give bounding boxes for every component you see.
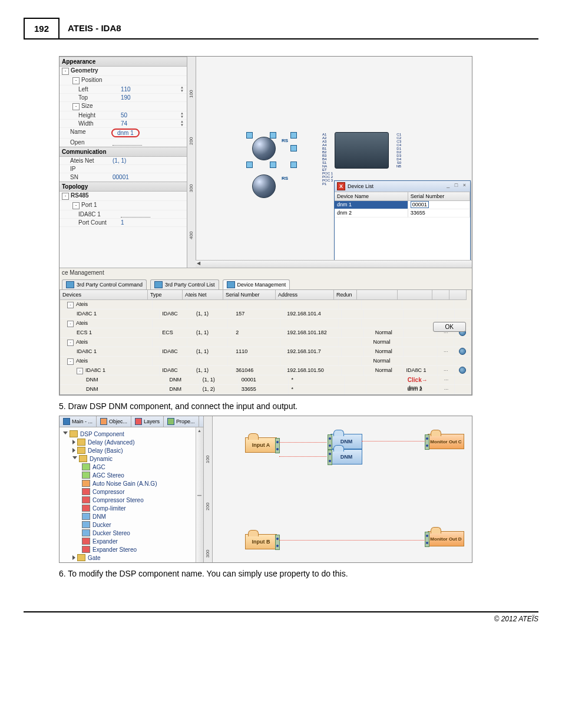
window-buttons[interactable]: _ □ × xyxy=(447,182,468,190)
expand-icon[interactable] xyxy=(72,555,75,560)
collapse-icon[interactable]: - xyxy=(72,202,80,209)
dm-row[interactable]: -Ateis xyxy=(60,300,471,309)
conn-node[interactable] xyxy=(246,132,253,139)
collapse-icon[interactable]: - xyxy=(67,321,74,327)
node-input-b[interactable]: Input B xyxy=(245,534,277,549)
device-list-window[interactable]: XDevice List _ □ × Device Name Serial Nu… xyxy=(334,180,471,268)
h-scrollbar[interactable] xyxy=(196,260,472,268)
tree-item[interactable]: Ducker xyxy=(61,521,202,529)
tree-item[interactable]: Comp-limiter xyxy=(61,504,202,512)
dm-tab-device-mgmt[interactable]: Device Management xyxy=(223,279,290,289)
collapse-icon[interactable]: - xyxy=(62,68,69,75)
tab-properties[interactable]: Prope... xyxy=(164,416,199,427)
spinner-icon[interactable]: ▲▼ xyxy=(180,120,187,128)
port-icon[interactable] xyxy=(328,450,332,465)
dm-row[interactable]: -Ateis xyxy=(60,319,471,328)
node-monitor-d[interactable]: Monitor Out D xyxy=(428,531,464,546)
port-icon[interactable] xyxy=(328,434,332,450)
tab-layers[interactable]: Layers xyxy=(131,416,164,427)
tree-item[interactable]: Dynamic xyxy=(61,454,202,463)
tree-item[interactable]: Compressor xyxy=(61,487,202,496)
tree-item[interactable]: DNM xyxy=(61,512,202,521)
prop-port1[interactable]: Port 1 xyxy=(81,202,124,209)
prop-section-communication[interactable]: Communication xyxy=(59,147,187,157)
diagram-canvas[interactable]: 100 200 300 400 RS RS A1A2A3A4B1B2B3B4S1… xyxy=(187,57,472,268)
prop-geometry[interactable]: Geometry xyxy=(71,67,113,75)
dm-tab-3rd-cmd[interactable]: 3rd Party Control Command xyxy=(62,279,147,289)
port-icon[interactable] xyxy=(275,438,280,453)
node-monitor-c[interactable]: Monitor Out C xyxy=(428,434,464,449)
dm-row[interactable]: DNMDNM(1, 2)33655*dnm 2··· xyxy=(60,385,471,394)
close-icon[interactable]: X xyxy=(337,182,345,190)
col-serial[interactable]: Serial Number xyxy=(408,192,470,200)
prop-open-value[interactable] xyxy=(113,139,142,146)
tree-item[interactable]: Expander Stereo xyxy=(61,545,202,554)
collapse-icon[interactable]: - xyxy=(77,368,83,374)
prop-sn-value[interactable]: 00001 xyxy=(113,174,129,180)
tree-item[interactable]: Auto Noise Gain (A.N.G) xyxy=(61,479,202,487)
collapse-icon[interactable]: - xyxy=(72,103,80,110)
dm-row[interactable]: -AteisNormal xyxy=(60,338,471,347)
dm-row[interactable]: -IDA8C 1IDA8C(1, 1)361046192.168.101.50N… xyxy=(60,366,471,375)
globe-icon[interactable] xyxy=(252,174,276,198)
conn-node[interactable] xyxy=(270,132,276,139)
tree-body[interactable]: DSP ComponentDelay (Advanced)Delay (Basi… xyxy=(59,427,203,562)
serial-input[interactable]: 00001 xyxy=(411,201,429,208)
expand-icon[interactable] xyxy=(72,448,75,453)
collapse-icon[interactable]: - xyxy=(72,77,80,84)
device-list-row[interactable]: dnm 1 00001 xyxy=(335,201,470,209)
expand-icon[interactable] xyxy=(72,456,77,462)
prop-left-value[interactable]: 110 xyxy=(121,86,131,93)
dm-row[interactable]: IDA8C 1IDA8C(1, 1)157192.168.101.4 xyxy=(60,309,471,319)
gear-icon[interactable] xyxy=(459,348,466,355)
dm-row[interactable]: DNMDNM(1, 1)00001*Click→ dnm 1··· xyxy=(60,375,471,385)
dm-row[interactable]: ECS 1ECS(1, 1)2192.168.101.182Normal··· xyxy=(60,328,471,338)
spinner-icon[interactable]: ▲▼ xyxy=(180,85,187,94)
device-block[interactable]: A1A2A3A4B1B2B3B4S1NAETPOC 1POC 2POC 3P1 … xyxy=(335,132,389,169)
prop-position[interactable]: Position xyxy=(81,77,124,84)
prop-name-value[interactable]: dnm 1 xyxy=(111,129,140,137)
prop-section-topology[interactable]: Topology xyxy=(59,182,187,192)
node-dnm[interactable]: DNM xyxy=(330,449,362,465)
prop-top-value[interactable]: 190 xyxy=(121,94,131,101)
tree-item[interactable]: Delay (Advanced) xyxy=(61,438,202,446)
gear-icon[interactable] xyxy=(459,367,466,374)
prop-width-value[interactable]: 74 xyxy=(121,120,127,127)
port-icon[interactable] xyxy=(425,532,429,547)
collapse-icon[interactable]: - xyxy=(67,358,74,365)
tab-object[interactable]: Objec... xyxy=(97,416,131,427)
prop-section-appearance[interactable]: Appearance xyxy=(59,57,187,67)
dsp-canvas[interactable]: 100 200 300 Input A DNM DNM Monitor Out … xyxy=(204,416,472,562)
tree-item[interactable]: AGC Stereo xyxy=(61,471,202,479)
collapse-icon[interactable]: - xyxy=(67,302,74,308)
expand-icon[interactable] xyxy=(72,440,75,444)
dm-row[interactable]: IDA8C 1IDA8C(1, 1)1110192.168.101.7Norma… xyxy=(60,347,471,357)
collapse-icon[interactable]: - xyxy=(62,193,69,200)
tree-item[interactable]: DSP Component xyxy=(61,430,202,438)
collapse-icon[interactable]: - xyxy=(67,340,74,346)
prop-portcount-value[interactable]: 1 xyxy=(121,219,124,226)
conn-node[interactable] xyxy=(270,162,276,168)
tree-item[interactable]: Ducker Stereo xyxy=(61,529,202,537)
col-device-name[interactable]: Device Name xyxy=(335,192,408,200)
tree-item[interactable]: Compressor Stereo xyxy=(61,496,202,504)
conn-node[interactable] xyxy=(290,145,297,151)
device-list-row[interactable]: dnm 2 33655 xyxy=(335,209,470,218)
prop-size[interactable]: Size xyxy=(81,103,124,110)
tree-item[interactable]: Delay (Basic) xyxy=(61,446,202,454)
tree-item[interactable]: Limiter xyxy=(61,562,202,562)
prop-height-value[interactable]: 50 xyxy=(121,112,127,118)
tree-item[interactable]: AGC xyxy=(61,463,202,471)
port-icon[interactable] xyxy=(425,434,429,450)
conn-node[interactable] xyxy=(290,132,297,139)
device-list-titlebar[interactable]: XDevice List _ □ × xyxy=(335,181,470,192)
port-icon[interactable] xyxy=(275,535,280,550)
v-scrollbar[interactable] xyxy=(196,427,203,562)
dm-tab-3rd-list[interactable]: 3rd Party Control List xyxy=(150,279,219,289)
tab-main[interactable]: Main - ... xyxy=(59,416,97,427)
dm-row[interactable]: -AteisNormal xyxy=(60,357,471,366)
prop-ida8c1-value[interactable] xyxy=(121,211,150,218)
conn-node[interactable] xyxy=(290,162,297,168)
prop-ateisnet-value[interactable]: (1, 1) xyxy=(113,157,126,164)
spinner-icon[interactable]: ▲▼ xyxy=(180,111,187,120)
